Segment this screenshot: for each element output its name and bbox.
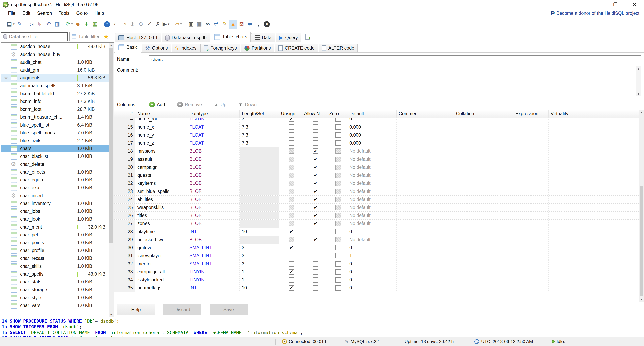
zerofill-checkbox[interactable] (336, 221, 341, 226)
menu-item-go-to[interactable]: Go to (73, 9, 91, 18)
grid-header-lengthset[interactable]: Length/Set (240, 110, 279, 118)
subtab-indexes[interactable]: ϟIndexes (172, 44, 200, 52)
table-comment-input[interactable] (149, 66, 636, 96)
discard-button[interactable]: Discard (163, 304, 202, 315)
post-icon[interactable]: ✓ (145, 19, 154, 29)
unsigned-checkbox[interactable] (289, 261, 294, 267)
allow-null-checkbox[interactable]: ✔ (313, 173, 318, 178)
menu-item-search[interactable]: Search (34, 9, 55, 18)
scroll-down-icon[interactable]: ▼ (639, 297, 644, 302)
tree-item-char_merit[interactable]: char_merit32.0 KiB (1, 223, 109, 231)
grid-header-unsign[interactable]: Unsign... (279, 110, 302, 118)
column-row-home_x[interactable]: 15home_xFLOAT7,30.000 (114, 123, 639, 131)
export-database-icon[interactable]: ↧ (82, 19, 90, 29)
find-text-icon[interactable]: ▱▼ (174, 19, 183, 29)
unsigned-checkbox[interactable] (289, 124, 294, 130)
allow-null-checkbox[interactable]: ✔ (313, 221, 318, 226)
favorites-star-icon[interactable]: ★ (103, 33, 109, 40)
column-row-abilities[interactable]: 24abilitiesBLOB✔No default (114, 196, 639, 204)
allow-null-checkbox[interactable]: ✔ (313, 197, 318, 202)
column-row-zones[interactable]: 27zonesBLOB✔No default (114, 220, 639, 228)
unsigned-checkbox[interactable]: ✔ (289, 269, 294, 275)
column-row-keyitems[interactable]: 22keyitemsBLOB✔No default (114, 179, 639, 187)
menu-item-help[interactable]: Help (91, 9, 108, 18)
allow-null-checkbox[interactable] (313, 132, 318, 138)
tree-item-char_look[interactable]: char_look1.0 KiB (1, 215, 109, 223)
subtab-partitions[interactable]: Partitions (241, 44, 274, 52)
zerofill-checkbox[interactable] (336, 237, 341, 242)
tab-host-127-0-0-1[interactable]: Host: 127.0.0.1 (115, 33, 161, 42)
unsigned-checkbox[interactable] (289, 189, 294, 194)
allow-null-checkbox[interactable] (313, 118, 318, 122)
delimiter-icon[interactable]: ; (254, 19, 263, 29)
tree-item-char_storage[interactable]: char_storage1.0 KiB (1, 286, 109, 294)
paste-icon[interactable]: ⎗ (36, 19, 44, 29)
zerofill-checkbox[interactable] (336, 181, 341, 186)
scroll-up-icon[interactable]: ▲ (109, 43, 114, 47)
save-as-icon[interactable]: ▣ (195, 19, 204, 29)
table-name-input[interactable] (149, 55, 641, 64)
grid-header-expression[interactable]: Expression (514, 110, 548, 118)
tree-item-char_jobs[interactable]: char_jobs1.0 KiB (1, 207, 109, 215)
tree-item-char_equip[interactable]: char_equip1.0 KiB (1, 176, 109, 184)
zerofill-checkbox[interactable] (336, 189, 341, 194)
grid-header-datatype[interactable]: Datatype (187, 110, 240, 118)
reload-icon[interactable]: ⇌ (246, 19, 254, 29)
subtab-foreign-keys[interactable]: Foreign keys (200, 44, 240, 52)
allow-null-checkbox[interactable] (313, 253, 318, 259)
column-row-assault[interactable]: 19assaultBLOB✔No default (114, 155, 639, 163)
unsigned-checkbox[interactable] (289, 165, 294, 170)
tree-item-char_inventory[interactable]: char_inventory1.0 KiB (1, 200, 109, 207)
tab-data[interactable]: Data (251, 33, 275, 42)
column-row-playtime[interactable]: 28playtimeINT10✔0 (114, 228, 639, 236)
help-button[interactable]: Help (117, 304, 155, 315)
stop-icon[interactable]: ✗ (263, 19, 271, 29)
unsigned-checkbox[interactable]: ✔ (289, 118, 294, 122)
grid-header-collation[interactable]: Collation (454, 110, 514, 118)
clear-filter-icon[interactable]: ⊠ (237, 19, 246, 29)
zerofill-checkbox[interactable] (336, 124, 341, 130)
column-row-isnewplayer[interactable]: 31isnewplayerSMALLINT31 (114, 252, 639, 260)
refresh-icon[interactable]: ⟳▼ (65, 19, 74, 29)
grid-header-default[interactable]: Default (347, 110, 397, 118)
scroll-up-icon[interactable]: ▲ (639, 110, 644, 115)
minimize-button[interactable]: – (587, 0, 606, 9)
subtab-alter-code[interactable]: ALTER code (318, 44, 358, 52)
zerofill-checkbox[interactable] (336, 213, 341, 218)
tree-item-blue_spell_list[interactable]: blue_spell_list6.4 KiB (1, 121, 109, 129)
tree-item-chars[interactable]: chars1.0 KiB (1, 145, 109, 152)
grid-scrollbar[interactable]: ▲ ▼ (639, 110, 644, 302)
tree-item-char_vars[interactable]: char_vars1.0 KiB (1, 302, 109, 309)
allow-null-checkbox[interactable] (313, 269, 318, 275)
unsigned-checkbox[interactable] (289, 221, 294, 226)
scroll-up-icon[interactable]: ▲ (636, 66, 641, 71)
unsigned-checkbox[interactable] (289, 277, 294, 283)
unsigned-checkbox[interactable] (289, 237, 294, 242)
column-row-titles[interactable]: 26titlesBLOB✔No default (114, 212, 639, 220)
move-up-button[interactable]: ▲ Up (214, 102, 226, 107)
copy-table-icon[interactable]: ▦ (90, 19, 99, 29)
allow-null-checkbox[interactable] (313, 245, 318, 251)
zerofill-checkbox[interactable] (336, 269, 341, 275)
allow-null-checkbox[interactable] (313, 124, 318, 130)
allow-null-checkbox[interactable]: ✔ (313, 237, 318, 242)
add-column-button[interactable]: + Add (149, 102, 165, 107)
tree-item-bcnm_treasure_ch[interactable]: bcnm_treasure_ch...1.4 KiB (1, 113, 109, 121)
menu-item-edit[interactable]: Edit (19, 9, 34, 18)
database-filter-input[interactable]: Database filter (1, 32, 68, 41)
zerofill-checkbox[interactable] (336, 173, 341, 178)
zerofill-checkbox[interactable] (336, 229, 341, 234)
allow-null-checkbox[interactable]: ✔ (313, 181, 318, 186)
table-filter-input[interactable]: Table filter (70, 32, 101, 41)
go-first-icon[interactable]: ⇤ (111, 19, 120, 29)
menu-item-tools[interactable]: Tools (55, 9, 73, 18)
allow-null-checkbox[interactable] (313, 140, 318, 146)
undo-icon[interactable]: ↶ (44, 19, 53, 29)
column-row-missions[interactable]: 18missionsBLOB✔No default (114, 147, 639, 155)
column-row-weaponskills[interactable]: 25weaponskillsBLOB✔No default (114, 204, 639, 212)
tree-item-audit_chat[interactable]: audit_chat1.0 KiB (1, 58, 109, 66)
unsigned-checkbox[interactable]: ✔ (289, 229, 294, 234)
replace-icon[interactable]: ⇄ (212, 19, 220, 29)
allow-null-checkbox[interactable]: ✔ (313, 189, 318, 194)
scroll-down-icon[interactable]: ▼ (109, 312, 114, 317)
